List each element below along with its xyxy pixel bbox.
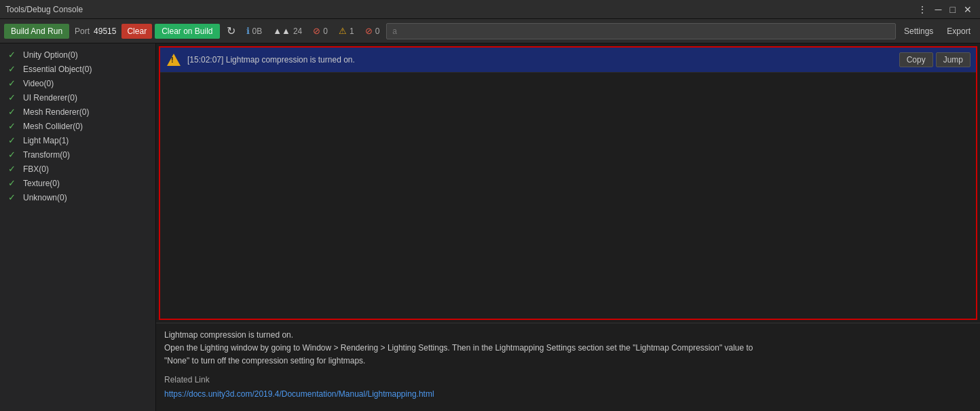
sidebar-item-label: UI Renderer(0)	[23, 93, 77, 103]
sidebar-item-7[interactable]: ✓Transform(0)	[0, 147, 155, 162]
maximize-button[interactable]: □	[947, 3, 958, 16]
detail-line3: "None" to turn off the compression setti…	[164, 355, 972, 368]
check-icon: ✓	[8, 164, 18, 174]
detail-panel: Lightmap compression is turned on. Open …	[156, 323, 980, 411]
related-link-label: Related Link	[164, 374, 972, 387]
minimize-button[interactable]: ─	[932, 3, 945, 16]
info-count: 0B	[252, 26, 263, 36]
sidebar-item-6[interactable]: ✓Light Map(1)	[0, 133, 155, 147]
clear-on-build-button[interactable]: Clear on Build	[155, 24, 219, 39]
clear-button[interactable]: Clear	[121, 24, 152, 39]
export-button[interactable]: Export	[941, 24, 976, 39]
check-icon: ✓	[8, 149, 18, 160]
error-orange-count: 0	[375, 26, 380, 36]
sidebar-item-label: Light Map(1)	[23, 136, 69, 145]
warn-icon: ⚠	[339, 26, 347, 36]
log-icon: ▲▲	[273, 26, 290, 36]
check-icon: ✓	[8, 121, 18, 131]
log-entry-text: [15:02:07] Lightmap compression is turne…	[187, 55, 894, 65]
title-bar: Tools/Debug Console ⋮ ─ □ ✕	[0, 0, 980, 19]
window-controls: ⋮ ─ □ ✕	[915, 3, 975, 16]
info-icon: ℹ	[246, 26, 250, 36]
sidebar-item-0[interactable]: ✓Unity Option(0)	[0, 48, 155, 62]
main-layout: ✓Unity Option(0)✓Essential Object(0)✓Vid…	[0, 43, 980, 411]
sidebar-item-label: FBX(0)	[23, 164, 49, 174]
error-orange-icon: ⊘	[365, 26, 373, 36]
sidebar-item-label: Texture(0)	[23, 179, 60, 188]
warn-count: 1	[350, 26, 354, 36]
log-entry-actions: Copy Jump	[899, 52, 970, 67]
settings-button[interactable]: Settings	[899, 24, 939, 39]
check-icon: ✓	[8, 192, 18, 202]
check-icon: ✓	[8, 64, 18, 74]
copy-button[interactable]: Copy	[899, 52, 933, 67]
menu-dots-icon[interactable]: ⋮	[915, 3, 930, 16]
warning-icon	[166, 52, 182, 68]
console-area: [15:02:07] Lightmap compression is turne…	[156, 43, 980, 411]
detail-line1: Lightmap compression is turned on.	[164, 329, 972, 342]
check-icon: ✓	[8, 78, 18, 88]
check-icon: ✓	[8, 107, 18, 117]
sidebar-item-label: Unknown(0)	[23, 193, 67, 202]
sidebar-item-5[interactable]: ✓Mesh Collider(0)	[0, 119, 155, 133]
log-list: [15:02:07] Lightmap compression is turne…	[159, 46, 977, 320]
sidebar-item-9[interactable]: ✓Texture(0)	[0, 176, 155, 190]
sidebar-item-1[interactable]: ✓Essential Object(0)	[0, 62, 155, 76]
sidebar-item-label: Essential Object(0)	[23, 65, 92, 74]
jump-button[interactable]: Jump	[936, 52, 970, 67]
check-icon: ✓	[8, 178, 18, 188]
sidebar-item-label: Transform(0)	[23, 150, 70, 160]
error-circle-icon: ⊘	[313, 26, 320, 36]
refresh-button[interactable]: ↻	[223, 23, 240, 39]
sidebar: ✓Unity Option(0)✓Essential Object(0)✓Vid…	[0, 43, 156, 411]
log-entry[interactable]: [15:02:07] Lightmap compression is turne…	[160, 48, 976, 73]
sidebar-item-2[interactable]: ✓Video(0)	[0, 76, 155, 90]
detail-description: Lightmap compression is turned on. Open …	[164, 329, 972, 368]
error-orange-stat: ⊘ 0	[361, 24, 384, 37]
sidebar-item-label: Unity Option(0)	[23, 50, 78, 60]
sidebar-item-8[interactable]: ✓FBX(0)	[0, 162, 155, 176]
sidebar-item-3[interactable]: ✓UI Renderer(0)	[0, 90, 155, 105]
port-label: Port	[75, 26, 90, 36]
error-stat: ⊘ 0	[309, 24, 332, 37]
sidebar-item-10[interactable]: ✓Unknown(0)	[0, 190, 155, 204]
check-icon: ✓	[8, 135, 18, 145]
sidebar-item-label: Mesh Renderer(0)	[23, 107, 89, 117]
check-icon: ✓	[8, 50, 18, 60]
log-count: 24	[293, 26, 302, 36]
build-and-run-button[interactable]: Build And Run	[4, 24, 69, 39]
error-count: 0	[323, 26, 328, 36]
related-link[interactable]: https://docs.unity3d.com/2019.4/Document…	[164, 389, 434, 399]
window-title: Tools/Debug Console	[5, 5, 915, 14]
port-value: 49515	[94, 26, 116, 36]
sidebar-item-4[interactable]: ✓Mesh Renderer(0)	[0, 105, 155, 119]
search-input[interactable]	[386, 23, 896, 39]
close-button[interactable]: ✕	[961, 3, 975, 16]
sidebar-item-label: Mesh Collider(0)	[23, 122, 83, 131]
log-stat: ▲▲ 24	[269, 24, 306, 37]
warn-stat: ⚠ 1	[335, 24, 358, 37]
sidebar-item-label: Video(0)	[23, 79, 54, 88]
check-icon: ✓	[8, 92, 18, 103]
toolbar: Build And Run Port 49515 Clear Clear on …	[0, 19, 980, 43]
detail-line2: Open the Lighting window by going to Win…	[164, 342, 972, 355]
info-stat: ℹ 0B	[242, 24, 267, 37]
